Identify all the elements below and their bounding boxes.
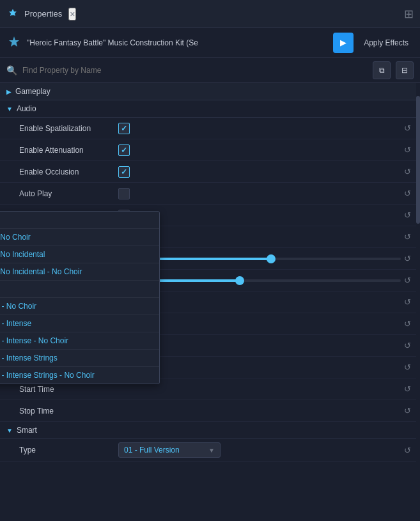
enable-occlusion-control: ✓	[118, 166, 401, 178]
type-row: Type 01 - Full Version ▼ ↺	[0, 439, 420, 462]
enable-spatialization-label: Enable Spatialization	[19, 124, 118, 133]
enable-attenuation-reset[interactable]: ↺	[401, 144, 414, 157]
transient-reset[interactable]: ↺	[401, 209, 414, 222]
auto-play-control	[118, 188, 401, 199]
check-icon-3: ✓	[121, 167, 127, 176]
audio-chevron: ▼	[6, 105, 13, 113]
stop-time-reset[interactable]: ↺	[401, 405, 414, 417]
volume-reset[interactable]: ↺	[401, 274, 414, 287]
audio-label: Audio	[17, 104, 36, 113]
volume-slider-thumb[interactable]	[235, 276, 244, 285]
stop-time-label: Stop Time	[19, 407, 118, 416]
repeat-reset[interactable]: ↺	[401, 231, 414, 244]
volume-slider-track[interactable]	[141, 279, 401, 282]
fade-in-time-reset[interactable]: ↺	[401, 339, 414, 352]
apply-effects-button[interactable]: Apply Effects	[359, 36, 414, 50]
pitch-reset[interactable]: ↺	[401, 253, 414, 265]
properties-header: Properties × ⊞	[0, 0, 420, 28]
auto-play-row: Auto Play ↺	[0, 183, 420, 205]
asset-bar: "Heroic Fantasy Battle" Music Constructi…	[0, 28, 420, 58]
pitch-slider-thumb[interactable]	[267, 254, 276, 263]
fade-out-time-reset[interactable]: ↺	[401, 361, 414, 374]
radius-reset[interactable]: ↺	[401, 296, 414, 309]
enable-attenuation-row: Enable Attenuation ✓ ↺	[0, 139, 420, 161]
dropdown-option-8[interactable]: 09 - Short Version - Intense Strings	[0, 350, 159, 367]
smart-label: Smart	[17, 426, 37, 435]
scrollbar-thumb[interactable]	[416, 96, 420, 224]
check-icon-2: ✓	[121, 146, 127, 155]
main-content: ▶ Gameplay ▼ Audio Enable Spatialization…	[0, 83, 420, 521]
pitch-slider-track[interactable]	[141, 258, 401, 260]
enable-spatialization-row: Enable Spatialization ✓ ↺	[0, 118, 420, 139]
dropdown-arrow-icon: ▼	[208, 447, 215, 454]
search-input[interactable]	[22, 66, 368, 75]
svg-point-0	[12, 13, 14, 15]
volume-control: 1	[118, 276, 401, 285]
search-icon: 🔍	[6, 65, 17, 75]
auto-play-label: Auto Play	[19, 189, 118, 198]
asset-name: "Heroic Fantasy Battle" Music Constructi…	[27, 38, 328, 47]
enable-attenuation-control: ✓	[118, 144, 401, 156]
enable-occlusion-label: Enable Occlusion	[19, 167, 118, 176]
pitch-control: 0	[118, 254, 401, 263]
enable-attenuation-label: Enable Attenuation	[19, 146, 118, 155]
scrollbar[interactable]	[416, 83, 420, 521]
type-dropdown-popup: 01 - Full Version 02 - Full Version - No…	[0, 211, 160, 384]
auto-play-reset[interactable]: ↺	[401, 187, 414, 200]
check-icon: ✓	[121, 124, 127, 133]
pitch-slider-container: 0	[118, 254, 401, 263]
transient-control	[118, 210, 401, 221]
type-reset[interactable]: ↺	[401, 444, 414, 456]
audio-section-header[interactable]: ▼ Audio	[0, 100, 420, 118]
gameplay-section-header[interactable]: ▶ Gameplay	[0, 83, 420, 100]
copy-button[interactable]: ⧉	[373, 61, 391, 79]
dropdown-option-5[interactable]: 06 - Short Version - No Choir	[0, 298, 159, 315]
start-time-label: Start Time	[19, 385, 118, 394]
asset-icon	[6, 35, 22, 51]
falloff-reset[interactable]: ↺	[401, 318, 414, 330]
search-bar: 🔍 ⧉ ⊟	[0, 58, 420, 83]
enable-attenuation-checkbox[interactable]: ✓	[118, 144, 130, 156]
gameplay-chevron: ▶	[6, 88, 12, 95]
repeat-control	[118, 231, 401, 243]
type-control: 01 - Full Version ▼	[118, 442, 401, 458]
volume-slider-container: 1	[118, 276, 401, 285]
dropdown-option-9[interactable]: 10 - Short Version - Intense Strings - N…	[0, 367, 159, 384]
paste-button[interactable]: ⊟	[396, 61, 414, 79]
type-label: Type	[19, 446, 118, 455]
auto-play-checkbox[interactable]	[118, 188, 130, 199]
dropdown-option-4[interactable]: 05 - Short Version	[0, 281, 159, 298]
close-button[interactable]: ×	[68, 8, 76, 20]
dropdown-option-7[interactable]: 08 - Short Version - Intense - No Choir	[0, 332, 159, 350]
dropdown-option-1[interactable]: 02 - Full Version - No Choir	[0, 229, 159, 246]
dropdown-option-2[interactable]: 03 - Full Version - No Incidental	[0, 246, 159, 263]
enable-spatialization-control: ✓	[118, 123, 401, 134]
type-dropdown-value: 01 - Full Version	[124, 446, 205, 455]
gameplay-label: Gameplay	[15, 87, 51, 96]
grid-layout-icon[interactable]: ⊞	[404, 7, 414, 21]
pitch-slider-fill	[141, 258, 271, 260]
enable-spatialization-checkbox[interactable]: ✓	[118, 123, 130, 134]
dropdown-option-3[interactable]: 04 - Full Version - No Incidental - No C…	[0, 263, 159, 281]
start-time-reset[interactable]: ↺	[401, 383, 414, 396]
enable-occlusion-checkbox[interactable]: ✓	[118, 166, 130, 178]
stop-time-row: Stop Time ↺	[0, 400, 420, 422]
enable-occlusion-reset[interactable]: ↺	[401, 166, 414, 178]
play-button[interactable]: ▶	[333, 33, 354, 53]
dropdown-option-0[interactable]: 01 - Full Version	[0, 212, 159, 229]
smart-section-header[interactable]: ▼ Smart	[0, 422, 420, 439]
enable-occlusion-row: Enable Occlusion ✓ ↺	[0, 161, 420, 183]
panel-title: Properties	[24, 9, 62, 19]
type-dropdown[interactable]: 01 - Full Version ▼	[118, 442, 221, 458]
properties-icon	[6, 8, 19, 20]
smart-chevron: ▼	[6, 427, 13, 434]
enable-spatialization-reset[interactable]: ↺	[401, 122, 414, 135]
dropdown-option-6[interactable]: 07 - Short Version - Intense	[0, 315, 159, 332]
